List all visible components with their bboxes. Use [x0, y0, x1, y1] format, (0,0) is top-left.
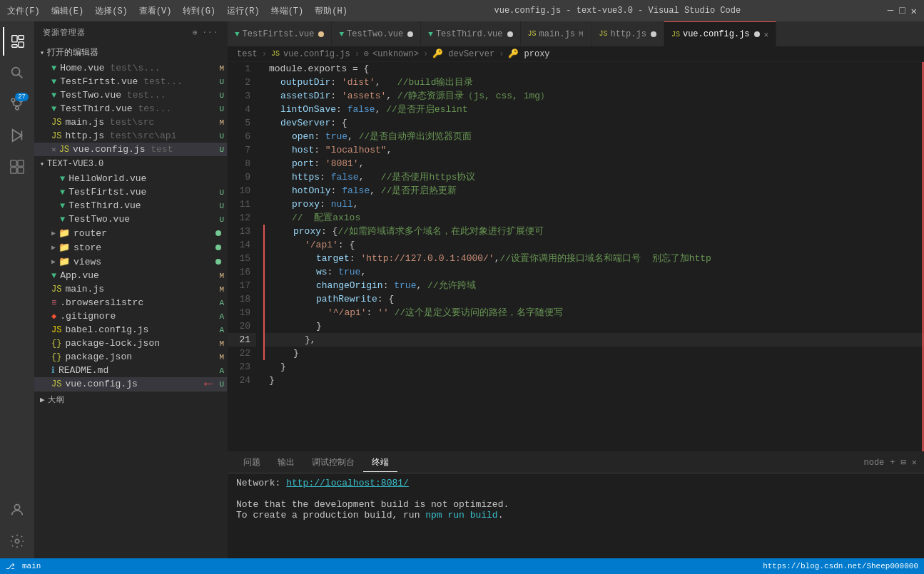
- maximize-icon[interactable]: □: [899, 5, 905, 17]
- menu-goto[interactable]: 转到(G): [183, 5, 215, 17]
- network-url[interactable]: http://localhost:8081/: [286, 478, 409, 488]
- outline-section-header[interactable]: ▶ 大纲: [34, 391, 227, 408]
- panel-terminal-content[interactable]: Network: http://localhost:8081/ Note tha…: [228, 473, 924, 558]
- git-file-icon: ◆: [51, 311, 56, 322]
- token-plain: :: [331, 184, 342, 198]
- terminal-line-build: To create a production build, run npm ru…: [236, 510, 915, 521]
- svg-rect-15: [18, 168, 24, 173]
- file-mainjs[interactable]: JS main.js M: [34, 282, 227, 296]
- close-tab-icon[interactable]: ✕: [51, 145, 56, 154]
- file-gitignore[interactable]: ◆ .gitignore A: [34, 309, 227, 323]
- menu-file[interactable]: 文件(F): [7, 5, 40, 17]
- npm-run-build-link[interactable]: npm run build: [425, 510, 497, 521]
- sidebar-actions[interactable]: ⊕ ···: [193, 28, 218, 37]
- token-prop: target: [316, 252, 350, 265]
- project-section[interactable]: ▾ TEXT-VUE3.0: [34, 156, 227, 172]
- token-prop: lintOnSave: [280, 103, 336, 116]
- open-editor-vueconfigjs[interactable]: ✕ JS vue.config.js test U: [34, 143, 227, 156]
- menu-select[interactable]: 选择(S): [95, 5, 128, 17]
- extensions-icon[interactable]: [3, 153, 31, 181]
- code-line-8: port: '8081',: [263, 157, 924, 170]
- open-editor-home-vue[interactable]: ▼ Home.vue test\s... M: [34, 61, 227, 75]
- file-badge: A: [219, 299, 224, 307]
- menu-edit[interactable]: 编辑(E): [51, 5, 84, 17]
- terminal-add-button[interactable]: +: [890, 458, 895, 468]
- code-line-5: devServer: {: [263, 116, 924, 130]
- open-editors-section[interactable]: ▾ 打开的编辑器: [34, 43, 227, 61]
- file-babelconfigjs[interactable]: JS babel.config.js A: [34, 323, 227, 337]
- open-editor-testfirtst-vue[interactable]: ▼ TestFirtst.vue test... U: [34, 75, 227, 88]
- breadcrumb-devserver[interactable]: 🔑 devServer: [432, 48, 494, 59]
- panel-tab-issues[interactable]: 问题: [235, 453, 269, 471]
- status-right[interactable]: https://blog.csdn.net/Sheep000000: [763, 562, 918, 570]
- tab-label: vue.config.js: [683, 29, 750, 39]
- run-icon[interactable]: [3, 121, 31, 150]
- file-testtwo-vue[interactable]: ▼ TestTwo.vue U: [34, 212, 227, 226]
- code-editor[interactable]: module.exports = {outputDir: 'dist', //b…: [263, 62, 924, 451]
- file-readmemd[interactable]: ℹ README.md A: [34, 364, 227, 377]
- code-line-24: }: [263, 374, 924, 387]
- minimize-icon[interactable]: ─: [888, 5, 893, 17]
- open-editor-testthird-vue[interactable]: ▼ TestThird.vue tes... U: [34, 102, 227, 116]
- window-controls[interactable]: ─ □ ✕: [888, 5, 917, 17]
- tab-vueconfigjs[interactable]: JS vue.config.js ✕: [664, 21, 776, 46]
- file-browserslistrc[interactable]: ≡ .browserslistrc A: [34, 296, 227, 309]
- file-testthird-vue[interactable]: ▼ TestThird.vue U: [34, 199, 227, 212]
- new-file-icon[interactable]: ⊕: [193, 28, 198, 37]
- panel-expand-icon[interactable]: ⊟: [901, 457, 906, 468]
- file-vueconfigjs[interactable]: JS vue.config.js ← U: [34, 377, 227, 391]
- open-editor-testtwo-vue[interactable]: ▼ TestTwo.vue test... U: [34, 88, 227, 102]
- explorer-icon[interactable]: [3, 27, 31, 56]
- tab-testtwo-vue[interactable]: ▼ TestTwo.vue: [332, 21, 421, 46]
- terminal-line-empty: [236, 488, 915, 499]
- folder-router[interactable]: ▶ 📁 router: [34, 226, 227, 240]
- line-number-4: 4: [228, 103, 256, 116]
- open-editor-mainjs[interactable]: JS main.js test\src M: [34, 116, 227, 129]
- tab-testthird-vue[interactable]: ▼ TestThird.vue: [421, 21, 520, 46]
- token-prop: proxy: [293, 225, 321, 238]
- menu-help[interactable]: 帮助(H): [315, 5, 347, 17]
- menu-run[interactable]: 运行(R): [227, 5, 260, 17]
- menu-view[interactable]: 查看(V): [139, 5, 172, 17]
- code-line-10: hotOnly: false, //是否开启热更新: [263, 184, 924, 198]
- outline-label: 大纲: [48, 394, 64, 405]
- file-helloworld-vue[interactable]: ▼ HelloWorld.vue: [34, 172, 227, 185]
- panel-tab-output[interactable]: 输出: [269, 453, 303, 471]
- source-control-icon[interactable]: 27: [3, 90, 31, 118]
- tab-mainjs[interactable]: JS main.js M: [521, 21, 592, 46]
- settings-icon[interactable]: [3, 527, 31, 555]
- token-plain: },: [305, 333, 316, 347]
- tab-httpjs[interactable]: JS http.js: [592, 21, 664, 46]
- breadcrumb-unknown[interactable]: ⊙: [364, 48, 369, 59]
- panel-tab-debug[interactable]: 调试控制台: [303, 453, 363, 471]
- file-testfirtst-vue[interactable]: ▼ TestFirtst.vue U: [34, 185, 227, 199]
- token-str: 'http://127.0.0.1:4000/': [360, 252, 494, 265]
- menu-bar[interactable]: 文件(F) 编辑(E) 选择(S) 查看(V) 转到(G) 运行(R) 终端(T…: [7, 5, 347, 17]
- open-editor-httpjs[interactable]: JS http.js test\src\api U: [34, 129, 227, 143]
- breadcrumb-test[interactable]: test: [237, 49, 258, 59]
- file-name-label: TestFirtst.vue: [68, 187, 216, 198]
- panel-close-icon[interactable]: ✕: [912, 457, 917, 468]
- account-icon[interactable]: [3, 496, 31, 524]
- folder-store[interactable]: ▶ 📁 store: [34, 240, 227, 255]
- file-packagelockjson[interactable]: {} package-lock.json M: [34, 337, 227, 350]
- breadcrumb-filename[interactable]: vue.config.js: [283, 49, 350, 59]
- search-icon[interactable]: [3, 58, 31, 87]
- close-icon[interactable]: ✕: [911, 5, 917, 17]
- file-name-label: main.js: [65, 284, 216, 294]
- file-name-label: .gitignore: [60, 311, 216, 322]
- tab-testfirtst-vue[interactable]: ▼ TestFirtst.vue: [228, 21, 332, 46]
- folder-views[interactable]: ▶ 📁 views: [34, 255, 227, 269]
- token-plain: ,: [359, 170, 381, 184]
- panel-tab-terminal[interactable]: 终端: [363, 453, 397, 472]
- folder-arrow-icon: ▶: [51, 243, 56, 252]
- token-plain: ,: [370, 184, 381, 198]
- file-appvue[interactable]: ▼ App.vue M: [34, 269, 227, 282]
- tab-close-button[interactable]: ✕: [764, 30, 769, 39]
- menu-terminal[interactable]: 终端(T): [271, 5, 304, 17]
- file-name-label: package.json: [65, 352, 216, 362]
- breadcrumb-proxy[interactable]: 🔑 proxy: [508, 48, 549, 59]
- file-packagejson[interactable]: {} package.json M: [34, 350, 227, 364]
- more-actions-icon[interactable]: ···: [203, 28, 218, 37]
- title-bar: 文件(F) 编辑(E) 选择(S) 查看(V) 转到(G) 运行(R) 终端(T…: [0, 0, 924, 21]
